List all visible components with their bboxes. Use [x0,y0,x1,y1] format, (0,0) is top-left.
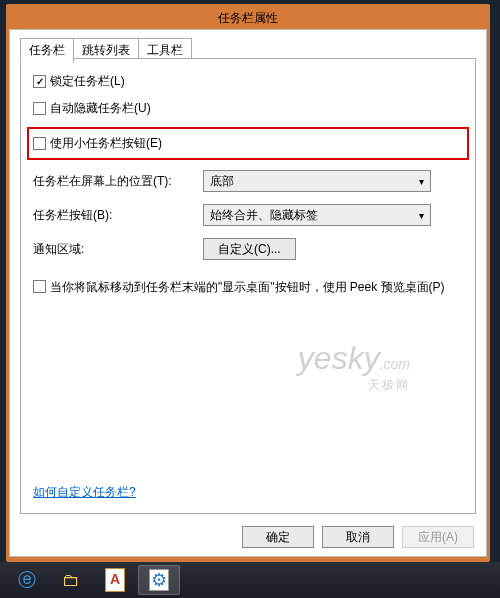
taskbar-app1-icon[interactable] [94,565,136,595]
autohide-text: 自动隐藏任务栏(U) [50,100,151,117]
position-label: 任务栏在屏幕上的位置(T): [33,173,203,190]
system-taskbar: ⓔ 🗀 ⚙ [0,562,500,598]
cancel-button[interactable]: 取消 [322,526,394,548]
row-combine: 任务栏按钮(B): 始终合并、隐藏标签 ▾ [33,204,463,226]
notification-label: 通知区域: [33,241,203,258]
position-dropdown[interactable]: 底部 ▾ [203,170,431,192]
autohide-label[interactable]: 自动隐藏任务栏(U) [33,100,151,117]
dialog-footer: 确定 取消 应用(A) [242,526,474,548]
combine-dropdown[interactable]: 始终合并、隐藏标签 ▾ [203,204,431,226]
peek-text: 当你将鼠标移动到任务栏末端的"显示桌面"按钮时，使用 Peek 预览桌面(P) [50,278,445,296]
dialog-title: 任务栏属性 [218,10,278,27]
chevron-down-icon: ▾ [419,176,424,187]
ie-icon: ⓔ [18,568,36,592]
small-buttons-text: 使用小任务栏按钮(E) [50,135,162,152]
tab-taskbar[interactable]: 任务栏 [20,38,74,63]
help-link-row: 如何自定义任务栏? [33,482,136,501]
row-position: 任务栏在屏幕上的位置(T): 底部 ▾ [33,170,463,192]
row-peek: 当你将鼠标移动到任务栏末端的"显示桌面"按钮时，使用 Peek 预览桌面(P) [33,278,463,296]
taskbar-properties-icon[interactable]: ⚙ [138,565,180,595]
chevron-down-icon: ▾ [419,210,424,221]
autohide-checkbox[interactable] [33,102,46,115]
document-icon [105,568,125,592]
dialog-titlebar: 任务栏属性 [9,7,487,29]
dialog-window: 任务栏属性 任务栏 跳转列表 工具栏 锁定任务栏(L) 自动隐藏任务栏(U) [6,4,490,562]
folder-icon: 🗀 [62,570,80,591]
small-buttons-checkbox[interactable] [33,137,46,150]
highlight-small-buttons: 使用小任务栏按钮(E) [27,127,469,160]
row-notification: 通知区域: 自定义(C)... [33,238,463,260]
row-lock-taskbar: 锁定任务栏(L) [33,73,463,90]
apply-button[interactable]: 应用(A) [402,526,474,548]
peek-label[interactable]: 当你将鼠标移动到任务栏末端的"显示桌面"按钮时，使用 Peek 预览桌面(P) [33,278,445,296]
small-buttons-label[interactable]: 使用小任务栏按钮(E) [33,135,162,152]
lock-taskbar-checkbox[interactable] [33,75,46,88]
dialog-body: 任务栏 跳转列表 工具栏 锁定任务栏(L) 自动隐藏任务栏(U) [9,29,487,557]
peek-checkbox[interactable] [33,280,46,293]
position-value: 底部 [210,173,234,190]
watermark-yesky: yesky.com 天极网 [298,340,410,394]
combine-value: 始终合并、隐藏标签 [210,207,318,224]
customize-button[interactable]: 自定义(C)... [203,238,296,260]
taskbar-explorer-icon[interactable]: 🗀 [50,565,92,595]
ok-button[interactable]: 确定 [242,526,314,548]
lock-taskbar-text: 锁定任务栏(L) [50,73,125,90]
gear-icon: ⚙ [149,569,169,591]
taskbar-ie-icon[interactable]: ⓔ [6,565,48,595]
row-autohide: 自动隐藏任务栏(U) [33,100,463,117]
help-link[interactable]: 如何自定义任务栏? [33,485,136,499]
tab-panel: 锁定任务栏(L) 自动隐藏任务栏(U) 使用小任务栏按钮(E) 任务 [20,58,476,514]
combine-label: 任务栏按钮(B): [33,207,203,224]
lock-taskbar-label[interactable]: 锁定任务栏(L) [33,73,125,90]
